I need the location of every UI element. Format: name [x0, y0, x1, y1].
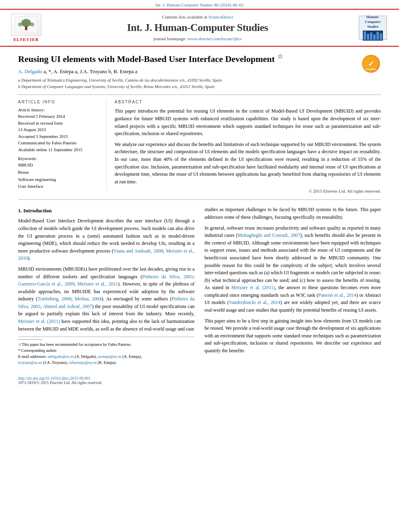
article-info-abstract: ARTICLE INFO Article history: Received 5…: [18, 100, 381, 193]
email-restepa[interactable]: rafaestepa@us.es: [69, 360, 97, 365]
article-info-col: ARTICLE INFO Article history: Received 5…: [18, 100, 107, 193]
svg-point-3: [18, 23, 22, 27]
journal-header: ELSEVIER Contents lists available at Sci…: [0, 9, 399, 47]
intro-para-2: MBUID environments (MBUIDEs) have prolif…: [18, 265, 195, 333]
revised-date: 13 August 2015: [18, 126, 100, 133]
email-delgado[interactable]: adelgado@us.es: [47, 354, 74, 359]
svg-rect-2: [25, 26, 27, 30]
article-title: Reusing UI elements with Model-Based Use…: [18, 53, 355, 65]
journal-header-center: Contents lists available at ScienceDirec…: [44, 14, 351, 41]
copyright: © 2015 Elsevier Ltd. All rights reserved…: [115, 189, 381, 193]
cite-meixner-2011[interactable]: Meixner et al., 2011: [78, 281, 118, 287]
accepted-date: Accepted 3 September 2015: [18, 133, 100, 140]
article-title-section: Reusing UI elements with Model-Based Use…: [18, 53, 381, 95]
keywords-section: Keywords: MBUID Reuse Software engineeri…: [18, 156, 100, 190]
elsevier-logo-area: ELSEVIER: [8, 14, 44, 42]
footnote-corresponding: * Corresponding author.: [18, 347, 195, 353]
cite-traetteberg[interactable]: Trætteberg, 2008: [37, 296, 71, 302]
cite-mohagheghi[interactable]: Mohagheghi and Conradi, 2007: [238, 232, 300, 238]
article-info-label: ARTICLE INFO: [18, 100, 100, 104]
intro-para-1: Model-Based User Interface Development d…: [18, 217, 195, 262]
article-content: Reusing UI elements with Model-Based Use…: [0, 47, 399, 374]
communicated: Communicated by Fabio Paterno: [18, 140, 100, 146]
abstract-text: This paper introduces the potential for …: [115, 107, 381, 185]
footnote-star: ☆This paper has been recommended for acc…: [18, 341, 195, 347]
cite-vanderdonckt[interactable]: Vanderdonckt et al., 2014: [229, 300, 280, 305]
history-title: Article history:: [18, 107, 100, 112]
elsevier-logo-image: [11, 14, 41, 36]
hcs-logo: Human-ComputerStudies: [359, 16, 387, 40]
right-para-1: studies as important challenges to be fa…: [205, 206, 381, 221]
footnotes: ☆This paper has been recommended for acc…: [18, 337, 195, 366]
svg-rect-6: [364, 31, 366, 40]
abstract-para-2: We analyze our experience and discuss th…: [115, 141, 381, 186]
email-estepa[interactable]: aestepa@us.es: [98, 354, 121, 359]
abstract-para-1: This paper introduces the potential for …: [115, 107, 381, 137]
homepage-link[interactable]: www.elsevier.com/locate/ijhcs: [187, 36, 241, 41]
content-available-line: Contents lists available at ScienceDirec…: [44, 14, 351, 19]
affiliation-b: b Department of Computer Languages and S…: [18, 84, 355, 90]
keyword-3: Software engineering: [18, 176, 100, 183]
section-divider: [18, 199, 381, 200]
body-col-left: 1. Introduction Model-Based User Interfa…: [18, 206, 195, 366]
top-bar: Int. J. Human-Computer Studies 86 (2016)…: [0, 0, 399, 9]
crossmark[interactable]: ✓ CrossMark: [361, 55, 381, 73]
svg-rect-8: [370, 33, 372, 40]
author-delgado-link[interactable]: A. Delgado: [18, 68, 42, 74]
cite-ahmed[interactable]: Ahmed and Ashraf, 2007: [43, 304, 92, 309]
sciencedirect-link[interactable]: ScienceDirect: [208, 14, 233, 19]
doi-link[interactable]: http://dx.doi.org/10.1016/j.ijhcs.2015.0…: [18, 376, 90, 380]
cite-meixner-2010[interactable]: Meixner et al., 2010: [18, 248, 194, 261]
journal-homepage: journal homepage: www.elsevier.com/locat…: [44, 36, 351, 41]
crossmark-logo: ✓ CrossMark: [362, 55, 380, 73]
abstract-col: ABSTRACT This paper introduces the poten…: [115, 100, 381, 193]
available-online: Available online 11 September 2015: [18, 146, 100, 153]
received-date: Received 5 February 2014: [18, 113, 100, 120]
right-para-3: This paper aims to be a first step in ga…: [205, 317, 381, 355]
cite-viana[interactable]: Viana and Andrade, 2008: [113, 248, 163, 254]
svg-rect-7: [367, 34, 369, 40]
keyword-2: Reuse: [18, 169, 100, 176]
elsevier-text: ELSEVIER: [13, 37, 39, 42]
right-para-2: In general, software reuse increases pro…: [205, 224, 381, 314]
bottom-copyright: 1071-5819/© 2015 Elsevier Ltd. All right…: [18, 380, 381, 385]
article-history: Article history: Received 5 February 201…: [18, 107, 100, 153]
affiliations: a Department of Telematics Engineering, …: [18, 77, 355, 90]
keyword-1: MBUID: [18, 162, 100, 169]
keyword-4: User Interface: [18, 183, 100, 190]
footnote-emails: E-mail addresses: adelgado@us.es (A. Del…: [18, 353, 195, 366]
and-word: and: [291, 277, 298, 283]
svg-text:✓: ✓: [368, 60, 374, 68]
svg-point-4: [30, 23, 34, 27]
article-info: ARTICLE INFO Article history: Received 5…: [18, 100, 107, 190]
authors: A. Delgado a, *, A. Estepa a, J.A. Troya…: [18, 68, 355, 75]
article-title-text: Reusing UI elements with Model-Based Use…: [18, 53, 355, 90]
abstract-label: ABSTRACT: [115, 100, 381, 104]
intro-heading: 1. Introduction: [18, 207, 195, 214]
svg-rect-9: [373, 35, 376, 40]
footnote-divider: [18, 339, 42, 340]
revised-label: Received in revised form: [18, 120, 100, 127]
svg-point-1: [21, 19, 31, 27]
journal-title: Int. J. Human-Computer Studies: [44, 22, 351, 34]
journal-issue-link[interactable]: Int. J. Human-Computer Studies 86 (2016)…: [156, 2, 244, 7]
svg-rect-10: [376, 32, 379, 40]
svg-text:CrossMark: CrossMark: [366, 68, 376, 70]
body-two-col: 1. Introduction Model-Based User Interfa…: [18, 206, 381, 374]
page-wrapper: Int. J. Human-Computer Studies 86 (2016)…: [0, 0, 399, 387]
svg-rect-11: [380, 33, 382, 40]
bottom-bar: http://dx.doi.org/10.1016/j.ijhcs.2015.0…: [0, 374, 399, 387]
cite-pinheiro[interactable]: Pinheiro da Silva, 2001: [142, 274, 193, 279]
cite-paterno[interactable]: Paternò et al., 2014: [318, 292, 356, 298]
affiliation-a: a Department of Telematics Engineering, …: [18, 77, 355, 84]
star-icon: ☆: [277, 53, 283, 60]
cite-molina[interactable]: Molina, 2004: [75, 296, 102, 302]
body-col-right: studies as important challenges to be fa…: [205, 206, 381, 366]
keywords-list: MBUID Reuse Software engineering User In…: [18, 162, 100, 190]
cite-meixner-recent[interactable]: Meixner et al. (2011): [18, 318, 60, 324]
cite-guerrero[interactable]: Guerrero-García et al., 2009: [18, 281, 74, 287]
email-troyano[interactable]: troyano@us.es: [18, 360, 42, 365]
keywords-label: Keywords:: [18, 156, 100, 161]
journal-header-right: Human-ComputerStudies: [351, 16, 387, 40]
cite-meixner-stated[interactable]: Meixner et al. (2011): [231, 285, 275, 290]
